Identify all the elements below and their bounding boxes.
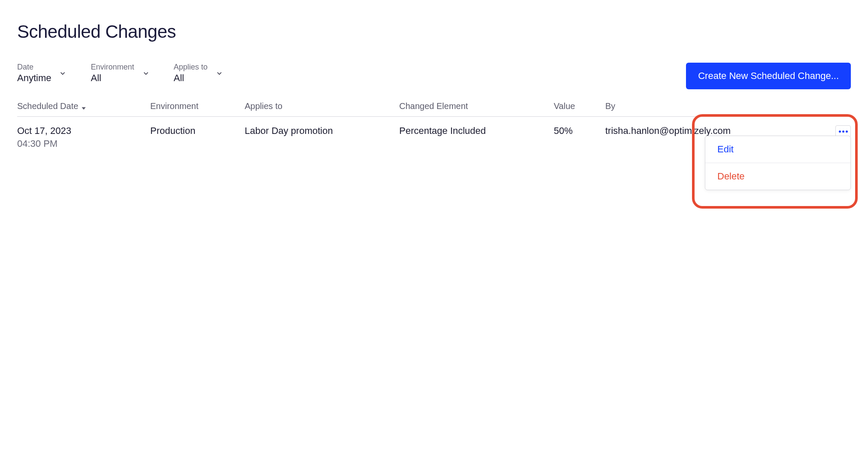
filter-applies-to-label: Applies to	[174, 63, 208, 72]
chevron-down-icon	[142, 70, 150, 77]
cell-changed-element: Percentage Included	[399, 125, 554, 149]
column-header-value[interactable]: Value	[554, 101, 605, 111]
scheduled-changes-table: Scheduled Date Environment Applies to Ch…	[17, 101, 851, 149]
column-header-scheduled-date-label: Scheduled Date	[17, 101, 78, 111]
filter-environment[interactable]: Environment All	[91, 63, 149, 84]
filter-date[interactable]: Date Anytime	[17, 63, 67, 84]
filter-environment-value: All	[91, 73, 134, 84]
toolbar: Date Anytime Environment All Applies to …	[17, 63, 851, 89]
row-action-edit[interactable]: Edit	[705, 136, 850, 163]
page-title: Scheduled Changes	[17, 21, 851, 42]
table-row: Oct 17, 2023 04:30 PM Production Labor D…	[17, 117, 851, 149]
cell-scheduled-date: Oct 17, 2023 04:30 PM	[17, 125, 150, 149]
cell-value: 50%	[554, 125, 605, 149]
row-action-delete[interactable]: Delete	[705, 163, 850, 190]
sort-descending-icon	[81, 103, 87, 109]
chevron-down-icon	[215, 70, 223, 77]
column-header-scheduled-date[interactable]: Scheduled Date	[17, 101, 150, 111]
column-header-environment[interactable]: Environment	[150, 101, 245, 111]
table-header-row: Scheduled Date Environment Applies to Ch…	[17, 101, 851, 117]
filter-environment-label: Environment	[91, 63, 134, 72]
cell-date: Oct 17, 2023	[17, 125, 150, 136]
ellipsis-icon	[839, 130, 848, 133]
cell-applies-to: Labor Day promotion	[245, 125, 399, 149]
chevron-down-icon	[59, 70, 67, 77]
filter-applies-to-value: All	[174, 73, 208, 84]
cell-environment: Production	[150, 125, 245, 149]
create-scheduled-change-button[interactable]: Create New Scheduled Change...	[686, 63, 851, 89]
filter-date-value: Anytime	[17, 73, 51, 84]
filter-applies-to[interactable]: Applies to All	[174, 63, 223, 84]
row-actions-menu: Edit Delete	[705, 136, 851, 190]
filter-date-label: Date	[17, 63, 51, 72]
column-header-applies-to[interactable]: Applies to	[245, 101, 399, 111]
column-header-changed-element[interactable]: Changed Element	[399, 101, 554, 111]
cell-time: 04:30 PM	[17, 138, 150, 149]
filter-bar: Date Anytime Environment All Applies to …	[17, 63, 223, 84]
column-header-by[interactable]: By	[605, 101, 825, 111]
